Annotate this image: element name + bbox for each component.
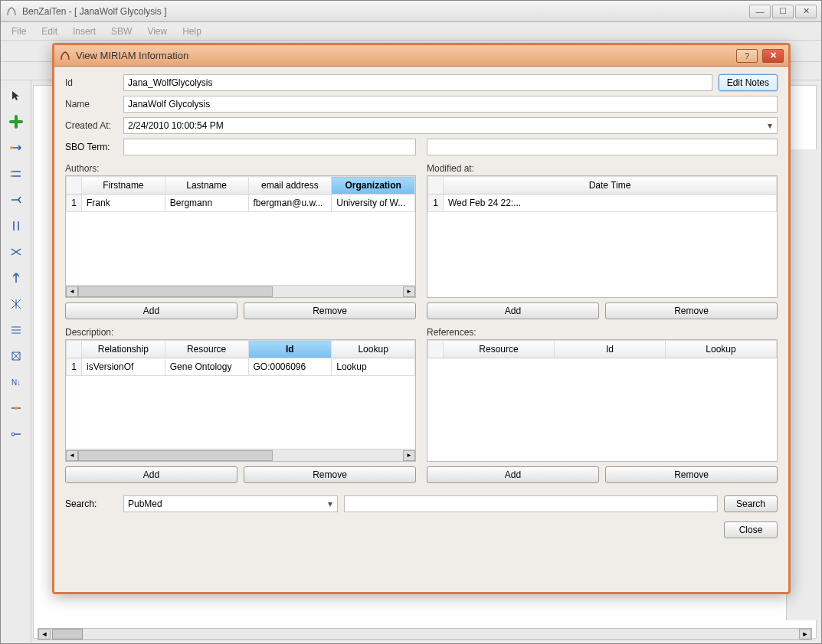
reaction-tool-11-icon[interactable] bbox=[5, 397, 27, 419]
search-source-dropdown[interactable]: PubMed bbox=[123, 495, 338, 512]
right-panel bbox=[786, 149, 817, 620]
svg-point-4 bbox=[15, 407, 18, 410]
scroll-thumb[interactable] bbox=[78, 450, 273, 461]
minimize-button[interactable]: — bbox=[749, 5, 771, 18]
created-dropdown[interactable]: 2/24/2010 10:00:54 PM bbox=[123, 117, 778, 134]
menu-edit[interactable]: Edit bbox=[34, 24, 65, 39]
scroll-thumb[interactable] bbox=[78, 286, 273, 297]
menu-sbw[interactable]: SBW bbox=[103, 24, 139, 39]
desc-remove-button[interactable]: Remove bbox=[244, 466, 416, 483]
authors-header-organization[interactable]: Organization bbox=[332, 177, 415, 195]
dialog-titlebar: View MIRIAM Information ? ✕ bbox=[54, 45, 788, 67]
table-row[interactable]: 1 Wed Feb 24 22:... bbox=[428, 195, 777, 212]
id-field[interactable] bbox=[123, 74, 712, 91]
scroll-left-icon[interactable]: ◄ bbox=[66, 450, 78, 461]
window-controls: — ☐ ✕ bbox=[749, 5, 817, 18]
maximize-button[interactable]: ☐ bbox=[772, 5, 794, 18]
desc-add-button[interactable]: Add bbox=[65, 466, 237, 483]
scroll-left-icon[interactable]: ◄ bbox=[66, 286, 78, 297]
modified-header-datetime[interactable]: Date Time bbox=[444, 177, 777, 195]
authors-header-firstname[interactable]: Firstname bbox=[82, 177, 165, 195]
ref-header-resource[interactable]: Resource bbox=[444, 341, 555, 358]
reaction-tool-1-icon[interactable] bbox=[5, 137, 27, 159]
authors-remove-button[interactable]: Remove bbox=[244, 302, 416, 319]
cell-id[interactable]: GO:0006096 bbox=[248, 358, 332, 376]
authors-header-lastname[interactable]: Lastname bbox=[165, 177, 248, 195]
menu-help[interactable]: Help bbox=[175, 24, 209, 39]
close-window-button[interactable]: ✕ bbox=[795, 5, 817, 18]
authors-header-email[interactable]: email address bbox=[248, 177, 332, 195]
reaction-tool-3-icon[interactable] bbox=[5, 189, 27, 211]
table-row[interactable]: 1 isVersionOf Gene Ontology GO:0006096 L… bbox=[67, 358, 415, 376]
menu-file[interactable]: File bbox=[4, 24, 34, 39]
window-title: BenZaiTen - [ JanaWolf Glycolysis ] bbox=[22, 6, 745, 17]
scroll-thumb[interactable] bbox=[52, 629, 83, 639]
reaction-tool-8-icon[interactable] bbox=[5, 319, 27, 341]
svg-point-0 bbox=[10, 146, 13, 149]
reaction-tool-10-icon[interactable]: N↓ bbox=[5, 371, 27, 393]
modified-remove-button[interactable]: Remove bbox=[605, 302, 778, 319]
reaction-tool-6-icon[interactable] bbox=[5, 267, 27, 289]
dialog-body: Id Edit Notes Name Created At: 2/24/2010… bbox=[54, 67, 788, 592]
svg-text:N↓: N↓ bbox=[11, 378, 21, 387]
miriam-dialog: View MIRIAM Information ? ✕ Id Edit Note… bbox=[52, 43, 791, 594]
desc-hscroll[interactable]: ◄ ► bbox=[66, 449, 415, 461]
ref-header-lookup[interactable]: Lookup bbox=[666, 341, 777, 358]
sbo-left-field[interactable] bbox=[123, 139, 416, 155]
cell-lookup[interactable]: Lookup bbox=[332, 358, 415, 376]
reaction-tool-4-icon[interactable] bbox=[5, 215, 27, 237]
scroll-right-icon[interactable]: ► bbox=[403, 450, 415, 461]
created-value: 2/24/2010 10:00:54 PM bbox=[128, 120, 224, 131]
menu-view[interactable]: View bbox=[139, 24, 175, 39]
desc-header-lookup[interactable]: Lookup bbox=[332, 341, 415, 358]
authors-add-button[interactable]: Add bbox=[65, 302, 237, 319]
ref-add-button[interactable]: Add bbox=[427, 466, 599, 483]
ref-header-id[interactable]: Id bbox=[555, 341, 666, 358]
cell-lastname[interactable]: Bergmann bbox=[165, 195, 248, 212]
tool-palette: N↓ bbox=[1, 80, 31, 643]
dialog-close-x-button[interactable]: ✕ bbox=[762, 49, 784, 63]
references-label: References: bbox=[427, 327, 778, 338]
add-tool-icon[interactable] bbox=[5, 111, 27, 132]
ref-remove-button[interactable]: Remove bbox=[605, 466, 778, 483]
cell-organization[interactable]: University of W... bbox=[332, 195, 415, 212]
desc-header-relationship[interactable]: Relationship bbox=[82, 341, 165, 358]
modified-add-button[interactable]: Add bbox=[427, 302, 599, 319]
menu-insert[interactable]: Insert bbox=[65, 24, 103, 39]
scroll-right-icon[interactable]: ► bbox=[403, 286, 415, 297]
reaction-tool-7-icon[interactable] bbox=[5, 293, 27, 315]
canvas-scrollbar[interactable]: ◄ ► bbox=[38, 628, 812, 640]
edit-notes-button[interactable]: Edit Notes bbox=[719, 74, 778, 91]
svg-point-2 bbox=[10, 175, 12, 178]
cell-relationship[interactable]: isVersionOf bbox=[82, 358, 165, 376]
table-row[interactable]: 1 Frank Bergmann fbergman@u.w... Univers… bbox=[67, 195, 415, 212]
reaction-tool-2-icon[interactable] bbox=[5, 163, 27, 185]
reaction-tool-12-icon[interactable] bbox=[5, 423, 27, 445]
reaction-tool-9-icon[interactable] bbox=[5, 345, 27, 367]
cell-email[interactable]: fbergman@u.w... bbox=[248, 195, 332, 212]
authors-hscroll[interactable]: ◄ ► bbox=[66, 285, 415, 297]
search-input[interactable] bbox=[344, 495, 718, 512]
dialog-help-button[interactable]: ? bbox=[736, 49, 758, 63]
authors-table: Firstname Lastname email address Organiz… bbox=[65, 175, 416, 298]
desc-header-id[interactable]: Id bbox=[248, 341, 332, 358]
reaction-tool-5-icon[interactable] bbox=[5, 241, 27, 263]
row-number: 1 bbox=[428, 195, 444, 212]
app-icon bbox=[5, 5, 18, 18]
cell-resource[interactable]: Gene Ontology bbox=[165, 358, 248, 376]
modified-table: Date Time 1 Wed Feb 24 22:... bbox=[427, 175, 778, 298]
row-number: 1 bbox=[67, 358, 82, 376]
name-field[interactable] bbox=[123, 96, 778, 113]
scroll-right-icon[interactable]: ► bbox=[799, 629, 811, 639]
id-label: Id bbox=[65, 77, 117, 88]
cursor-tool-icon[interactable] bbox=[5, 85, 27, 106]
search-button[interactable]: Search bbox=[724, 495, 778, 512]
desc-header-resource[interactable]: Resource bbox=[165, 341, 248, 358]
description-table: Relationship Resource Id Lookup 1 isVers… bbox=[65, 339, 416, 462]
close-button[interactable]: Close bbox=[724, 521, 778, 538]
cell-firstname[interactable]: Frank bbox=[82, 195, 165, 212]
cell-datetime[interactable]: Wed Feb 24 22:... bbox=[444, 195, 777, 212]
sbo-right-field[interactable] bbox=[427, 139, 778, 155]
dialog-title: View MIRIAM Information bbox=[76, 50, 732, 61]
scroll-left-icon[interactable]: ◄ bbox=[38, 629, 51, 639]
